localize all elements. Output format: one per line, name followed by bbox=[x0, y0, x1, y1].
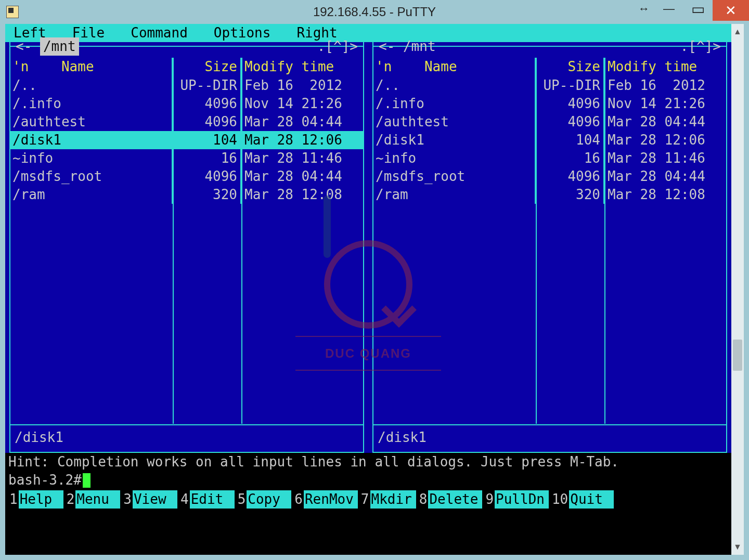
col-name-header[interactable]: 'n Name bbox=[10, 58, 172, 76]
fkey-bar: 1Help2Menu3View4Edit5Copy6RenMov7Mkdir8D… bbox=[5, 489, 731, 509]
table-row[interactable]: /authtest4096Mar 28 04:44 bbox=[373, 113, 726, 131]
table-row[interactable]: ~info16Mar 28 11:46 bbox=[373, 149, 726, 167]
panel-left-top: <- /mnt bbox=[16, 37, 79, 56]
cell-mtime: Mar 28 12:08 bbox=[241, 186, 363, 204]
table-row[interactable]: /ram320Mar 28 12:08 bbox=[373, 186, 726, 204]
cursor bbox=[83, 473, 91, 488]
fkey-copy[interactable]: Copy bbox=[247, 490, 291, 509]
cell-name: /msdfs_root bbox=[373, 167, 535, 186]
fkey-edit[interactable]: Edit bbox=[190, 490, 235, 509]
fkey-number: 9 bbox=[482, 490, 495, 509]
panel-right-top-right[interactable]: .[^]> bbox=[680, 37, 721, 56]
scrollbar-thumb[interactable] bbox=[733, 340, 742, 371]
fkey-number: 7 bbox=[358, 490, 370, 509]
panel-left-arrow: <- bbox=[16, 37, 32, 56]
table-row[interactable]: /ram320Mar 28 12:08 bbox=[10, 186, 363, 204]
cell-mtime: Mar 28 04:44 bbox=[604, 167, 726, 186]
panel-left[interactable]: <- /mnt .[^]> 'n Name Size Modify time bbox=[5, 42, 368, 453]
table-row[interactable]: /msdfs_root4096Mar 28 04:44 bbox=[373, 167, 726, 186]
cell-size: 4096 bbox=[173, 167, 240, 186]
shell-prompt[interactable]: bash-3.2# bbox=[5, 471, 731, 489]
table-row[interactable]: /..UP--DIRFeb 16 2012 bbox=[10, 76, 363, 95]
fkey-help[interactable]: Help bbox=[19, 490, 63, 509]
fkey-number: 5 bbox=[235, 490, 247, 509]
scroll-down-icon[interactable]: ▼ bbox=[733, 539, 742, 555]
hint-line: Hint: Completion works on all input line… bbox=[5, 453, 731, 471]
cell-name: /disk1 bbox=[10, 131, 172, 149]
cell-mtime: Mar 28 11:46 bbox=[604, 149, 726, 167]
panels-row: <- /mnt .[^]> 'n Name Size Modify time bbox=[5, 42, 731, 453]
putty-icon bbox=[6, 6, 19, 18]
cell-name: ~info bbox=[373, 149, 535, 167]
putty-window: 192.168.4.55 - PuTTY ↔ — ▭ ✕ Left File C… bbox=[0, 0, 749, 560]
resize-grip-icon[interactable]: ↔ bbox=[634, 0, 654, 18]
cell-name: /.. bbox=[373, 76, 535, 95]
cell-name: /disk1 bbox=[373, 131, 535, 149]
table-row[interactable]: /authtest4096Mar 28 04:44 bbox=[10, 113, 363, 131]
cell-mtime: Mar 28 12:08 bbox=[604, 186, 726, 204]
table-row[interactable]: /disk1104Mar 28 12:06 bbox=[10, 131, 363, 149]
scroll-up-icon[interactable]: ▲ bbox=[733, 24, 742, 40]
fkey-number: 6 bbox=[291, 490, 304, 509]
table-row[interactable]: ~info16Mar 28 11:46 bbox=[10, 149, 363, 167]
fkey-number: 10 bbox=[549, 490, 569, 509]
vertical-scrollbar[interactable]: ▲ ▼ bbox=[731, 24, 744, 555]
terminal[interactable]: Left File Command Options Right <- bbox=[5, 24, 731, 555]
cell-mtime: Mar 28 12:06 bbox=[241, 131, 363, 149]
col-size-header[interactable]: Size bbox=[173, 58, 240, 76]
maximize-button[interactable]: ▭ bbox=[683, 0, 713, 18]
panel-right-path[interactable]: /mnt bbox=[403, 37, 436, 56]
panel-left-status: /disk1 bbox=[15, 428, 63, 447]
minimize-button[interactable]: — bbox=[654, 0, 683, 18]
panel-right-top: <- /mnt bbox=[379, 37, 436, 56]
panel-right-status: /disk1 bbox=[378, 428, 427, 447]
cell-name: /authtest bbox=[373, 113, 535, 131]
panel-right-rows: /..UP--DIRFeb 16 2012/.info4096Nov 14 21… bbox=[373, 76, 726, 424]
cell-mtime: Mar 28 04:44 bbox=[241, 113, 363, 131]
panel-right[interactable]: <- /mnt .[^]> 'n Name Size Modify time bbox=[368, 42, 731, 453]
menu-command[interactable]: Command bbox=[126, 24, 210, 42]
table-row[interactable]: /..UP--DIRFeb 16 2012 bbox=[373, 76, 726, 95]
mc-menu-bar[interactable]: Left File Command Options Right bbox=[5, 24, 731, 42]
cell-mtime: Feb 16 2012 bbox=[604, 76, 726, 95]
fkey-renmov[interactable]: RenMov bbox=[304, 490, 358, 509]
cell-size: 320 bbox=[536, 186, 603, 204]
prompt-text: bash-3.2# bbox=[8, 471, 82, 489]
fkey-mkdir[interactable]: Mkdir bbox=[370, 490, 416, 509]
fkey-number: 3 bbox=[120, 490, 133, 509]
col-name-header[interactable]: 'n Name bbox=[373, 58, 535, 76]
cell-mtime: Nov 14 21:26 bbox=[604, 95, 726, 113]
cell-size: 16 bbox=[536, 149, 603, 167]
cell-size: 320 bbox=[173, 186, 240, 204]
fkey-number: 4 bbox=[177, 490, 190, 509]
fkey-number: 8 bbox=[416, 490, 429, 509]
table-row[interactable]: /msdfs_root4096Mar 28 04:44 bbox=[10, 167, 363, 186]
fkey-pulldn[interactable]: PullDn bbox=[495, 490, 549, 509]
fkey-menu[interactable]: Menu bbox=[75, 490, 120, 509]
cell-name: /.info bbox=[373, 95, 535, 113]
panel-left-rows: /..UP--DIRFeb 16 2012/.info4096Nov 14 21… bbox=[10, 76, 363, 424]
fkey-delete[interactable]: Delete bbox=[428, 490, 482, 509]
col-mtime-header[interactable]: Modify time bbox=[241, 58, 363, 76]
cell-size: 4096 bbox=[173, 113, 240, 131]
table-row[interactable]: /.info4096Nov 14 21:26 bbox=[10, 95, 363, 113]
fkey-view[interactable]: View bbox=[133, 490, 177, 509]
table-row[interactable]: /.info4096Nov 14 21:26 bbox=[373, 95, 726, 113]
fkey-quit[interactable]: Quit bbox=[569, 490, 614, 509]
cell-mtime: Nov 14 21:26 bbox=[241, 95, 363, 113]
titlebar[interactable]: 192.168.4.55 - PuTTY ↔ — ▭ ✕ bbox=[0, 0, 749, 24]
table-row[interactable]: /disk1104Mar 28 12:06 bbox=[373, 131, 726, 149]
cell-mtime: Feb 16 2012 bbox=[241, 76, 363, 95]
panel-left-top-right[interactable]: .[^]> bbox=[317, 37, 358, 56]
col-size-header[interactable]: Size bbox=[536, 58, 603, 76]
cell-mtime: Mar 28 04:44 bbox=[241, 167, 363, 186]
menu-options[interactable]: Options bbox=[210, 24, 293, 42]
close-button[interactable]: ✕ bbox=[713, 0, 749, 21]
cell-mtime: Mar 28 11:46 bbox=[241, 149, 363, 167]
panel-left-path[interactable]: /mnt bbox=[40, 37, 79, 56]
cell-name: /.info bbox=[10, 95, 172, 113]
cell-size: UP--DIR bbox=[536, 76, 603, 95]
cell-name: /authtest bbox=[10, 113, 172, 131]
terminal-wrap: Left File Command Options Right <- bbox=[5, 24, 744, 555]
col-mtime-header[interactable]: Modify time bbox=[604, 58, 726, 76]
